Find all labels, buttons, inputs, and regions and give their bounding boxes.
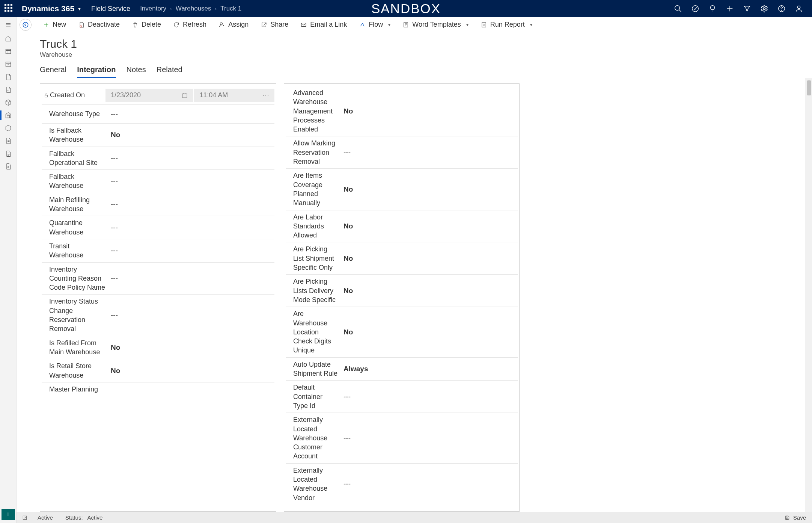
field-label: Are Picking Lists Delivery Mode Specific [293,277,342,304]
delete-button[interactable]: Delete [127,17,166,32]
form-field[interactable]: Warehouse Type--- [42,105,274,124]
field-value: --- [109,110,274,118]
form-field[interactable]: Are Picking Lists Delivery Mode Specific… [286,275,518,307]
share-button[interactable]: Share [255,17,294,32]
form-tabs: General Integration Notes Related [17,59,812,78]
chevron-down-icon[interactable]: ▾ [78,6,81,12]
form-field[interactable]: Is Retail Store WarehouseNo [42,359,274,382]
run-report-button[interactable]: Run Report ▾ [475,17,538,32]
form-field[interactable]: Are Items Coverage Planned ManuallyNo [286,169,518,210]
vertical-scrollbar[interactable] [805,78,812,512]
field-value: --- [109,246,274,255]
form-field[interactable]: Externally Located Warehouse Customer Ac… [286,413,518,463]
form-field[interactable]: Is Refilled From Main WarehouseNo [42,336,274,360]
search-icon[interactable] [669,0,687,17]
form-field[interactable]: Are Labor Standards AllowedNo [286,210,518,243]
time-value: 11:04 AM [199,91,228,99]
form-field[interactable]: Is Fallback WarehouseNo [42,124,274,147]
tab-integration[interactable]: Integration [77,65,116,78]
form-field[interactable]: Default Container Type Id--- [286,381,518,413]
svg-point-22 [80,26,82,27]
nav-list2-icon[interactable] [0,147,17,160]
nav-warehouse-icon[interactable] [0,109,17,122]
tab-notes[interactable]: Notes [127,65,146,78]
task-flow-icon[interactable] [687,0,704,17]
email-link-label: Email a Link [310,21,347,29]
form-field[interactable]: Externally Located Warehouse Vendor--- [286,464,518,505]
expand-nav-icon[interactable] [0,17,17,32]
nav-cube-icon[interactable] [0,122,17,135]
popout-icon[interactable] [20,513,29,522]
form-field[interactable]: Allow Marking Reservation Removal--- [286,136,518,169]
assign-button[interactable]: Assign [213,17,254,32]
tab-related[interactable]: Related [157,65,182,78]
filter-icon[interactable] [738,0,756,17]
form-field[interactable]: Fallback Warehouse--- [42,170,274,193]
nav-document2-icon[interactable] [0,83,17,96]
nav-list-icon[interactable] [0,135,17,147]
form-field[interactable]: Quarantine Warehouse--- [42,216,274,239]
product-name[interactable]: Dynamics 365 [22,4,74,13]
app-launcher-icon[interactable] [5,4,14,14]
state-value: Active [38,514,53,521]
nav-pinned-icon[interactable] [0,58,17,71]
breadcrumb-item[interactable]: Truck 1 [220,5,241,12]
save-button[interactable]: Save [784,514,806,521]
nav-document-icon[interactable] [0,71,17,83]
chevron-down-icon: ▾ [388,22,390,27]
deactivate-button[interactable]: Deactivate [73,17,125,32]
form-field[interactable]: Auto Update Shipment RuleAlways [286,358,518,381]
form-field[interactable]: Are Warehouse Location Check Digits Uniq… [286,307,518,357]
user-icon[interactable] [790,0,807,17]
field-label: Created On [50,91,105,100]
breadcrumb: Inventory › Warehouses › Truck 1 [140,5,241,12]
app-name[interactable]: Field Service [91,5,130,13]
area-switcher[interactable]: I [2,509,15,520]
record-header: Truck 1 Warehouse [17,32,812,59]
nav-home-icon[interactable] [0,32,17,45]
word-templates-button[interactable]: Word Templates ▾ [397,17,473,32]
refresh-button[interactable]: Refresh [168,17,212,32]
back-button[interactable] [20,19,32,31]
field-label: Auto Update Shipment Rule [293,360,342,378]
field-value: No [342,107,518,115]
command-bar: New Deactivate Delete Refresh Assign Sha… [17,17,812,32]
help-icon[interactable] [773,0,790,17]
form-field[interactable]: Inventory Counting Reason Code Policy Na… [42,263,274,295]
breadcrumb-item[interactable]: Inventory [140,5,166,12]
created-on-time[interactable]: 11:04 AM ⋯ [194,89,274,102]
divider [59,515,59,521]
nav-recent-icon[interactable] [0,45,17,58]
form-field[interactable]: Transit Warehouse--- [42,239,274,263]
new-label: New [53,21,66,29]
field-value: No [342,328,518,336]
form-field[interactable]: Main Refilling Warehouse--- [42,193,274,216]
field-label: Advanced Warehouse Management Processes … [293,88,342,134]
form-field[interactable]: Inventory Status Change Reservation Remo… [42,295,274,336]
nav-list3-icon[interactable] [0,160,17,173]
assistant-icon[interactable] [704,0,721,17]
field-created-on[interactable]: Created On 1/23/2020 11:04 AM ⋯ [42,86,274,105]
svg-rect-27 [45,95,48,97]
form-field[interactable]: Advanced Warehouse Management Processes … [286,86,518,136]
email-link-button[interactable]: Email a Link [295,17,352,32]
tab-general[interactable]: General [40,65,66,78]
svg-rect-17 [7,115,9,118]
save-label: Save [793,514,806,521]
global-commands [669,0,807,17]
form-field[interactable]: Are Picking List Shipment Specific OnlyN… [286,242,518,275]
breadcrumb-item[interactable]: Warehouses [176,5,211,12]
settings-icon[interactable] [756,0,773,17]
form-field[interactable]: Fallback Operational Site--- [42,147,274,170]
add-icon[interactable] [721,0,738,17]
nav-package-icon[interactable] [0,96,17,109]
word-templates-label: Word Templates [412,21,461,29]
section-left: Created On 1/23/2020 11:04 AM ⋯ [40,83,276,512]
svg-point-19 [23,22,28,27]
created-on-date[interactable]: 1/23/2020 [105,89,194,102]
field-label: Transit Warehouse [49,242,109,260]
field-label: Warehouse Type [49,109,109,118]
form-field[interactable]: Master Planning [42,382,274,396]
new-button[interactable]: New [38,17,71,32]
flow-button[interactable]: Flow ▾ [354,17,396,32]
